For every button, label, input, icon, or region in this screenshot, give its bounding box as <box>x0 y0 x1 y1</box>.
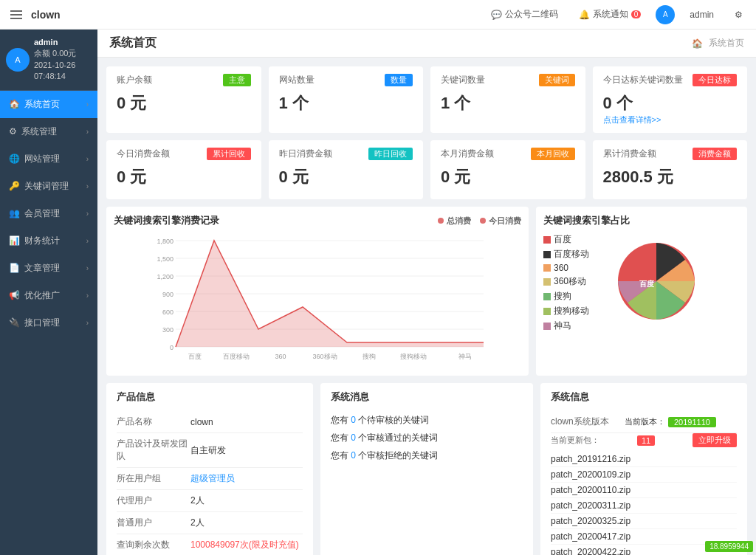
sidebar-item-label-7: 优化推广 <box>24 289 60 302</box>
stat-card-2: 本月消费金额 本月回收 0 元 <box>430 140 585 199</box>
product-info-title: 产品信息 <box>117 390 303 404</box>
wechat-icon: 💬 <box>491 10 502 20</box>
sidebar-item-5[interactable]: 📊 财务统计 › <box>0 227 97 255</box>
system-info-card: 系统信息 clown系统版本 当前版本： 20191110 当前更新包： 11 … <box>540 383 747 555</box>
patch-item-1: patch_20200109.zip <box>551 467 737 483</box>
product-info-row-1: 产品设计及研发团队 自主研发 <box>117 433 303 468</box>
home-icon: 🏠 <box>692 38 703 49</box>
stat-badge-3: 消费金额 <box>693 148 737 160</box>
bar-chart-title: 关键词搜索引擎消费记录 总消费 今日消费 <box>114 214 521 227</box>
admin-label[interactable]: admin <box>684 7 720 23</box>
sidebar-item-2[interactable]: 🌐 网站管理 › <box>0 145 97 173</box>
stat-badge-3: 今日达标 <box>693 74 737 86</box>
notify-button[interactable]: 🔔 系统通知 0 <box>573 5 647 24</box>
sidebar-item-left-0: 🏠 系统首页 <box>9 98 60 111</box>
main-layout: A admin 余额 0.00元 2021-10-26 07:48:14 🏠 系… <box>0 30 756 555</box>
legend-360-mobile: 360移动 <box>543 275 602 288</box>
sidebar-item-left-5: 📊 财务统计 <box>9 235 60 247</box>
sidebar-item-7[interactable]: 📢 优化推广 › <box>0 282 97 309</box>
sidebar-item-icon-1: ⚙ <box>9 126 17 137</box>
sidebar-item-8[interactable]: 🔌 接口管理 › <box>0 309 97 337</box>
msg-1-link[interactable]: 0 <box>351 415 356 425</box>
msg-1: 您有 0 个待审核的关键词 <box>331 411 523 429</box>
product-val-2[interactable]: 超级管理员 <box>190 472 303 485</box>
stat-label-0: 今日消费金额 <box>117 148 170 160</box>
stat-note-3[interactable]: 点击查看详情>> <box>603 114 738 125</box>
system-msg-card: 系统消息 您有 0 个待审核的关键词 您有 0 个审核通过的关键词 您有 0 个… <box>320 383 533 555</box>
sidebar-username: admin <box>34 37 92 48</box>
hamburger-button[interactable] <box>7 7 25 22</box>
update-button[interactable]: 立即升级 <box>693 433 737 447</box>
stat-card-header-1: 昨日消费金额 昨日回收 <box>279 148 413 160</box>
top-header: clown 💬 公众号二维码 🔔 系统通知 0 A admin ⚙ <box>0 0 756 30</box>
sidebar-item-label-8: 接口管理 <box>24 317 60 329</box>
stat-value-1: 1 个 <box>279 92 413 114</box>
system-msg-title: 系统消息 <box>331 390 523 404</box>
svg-text:360移动: 360移动 <box>312 353 337 360</box>
stat-badge-0: 主意 <box>223 74 251 86</box>
sidebar-item-icon-3: 🔑 <box>9 181 20 191</box>
msg-2-link[interactable]: 0 <box>351 432 356 443</box>
svg-text:1,500: 1,500 <box>157 255 173 263</box>
stat-value-0: 0 元 <box>117 166 251 188</box>
sidebar-datetime: 2021-10-26 07:48:14 <box>34 60 92 83</box>
svg-text:900: 900 <box>162 291 173 298</box>
sidebar-item-label-6: 文章管理 <box>24 262 60 275</box>
sidebar-chevron-4: › <box>86 210 89 218</box>
sidebar: A admin 余额 0.00元 2021-10-26 07:48:14 🏠 系… <box>0 30 97 555</box>
sidebar-chevron-6: › <box>86 264 89 272</box>
bar-chart-legend: 总消费 今日消费 <box>438 216 521 227</box>
msg-2: 您有 0 个审核通过的关键词 <box>331 429 523 447</box>
patch-item-3: patch_20200311.zip <box>551 498 737 514</box>
stat-label-1: 昨日消费金额 <box>279 148 332 160</box>
sidebar-item-4[interactable]: 👥 会员管理 › <box>0 200 97 227</box>
settings-button[interactable]: ⚙ <box>729 7 749 23</box>
svg-text:搜狗移动: 搜狗移动 <box>400 353 427 360</box>
page-header: 系统首页 🏠 系统首页 <box>97 30 756 58</box>
notify-badge: 0 <box>631 10 642 18</box>
sidebar-item-label-0: 系统首页 <box>24 98 60 111</box>
version-label: clown系统版本 <box>551 416 625 428</box>
sidebar-chevron-7: › <box>86 292 89 300</box>
sidebar-user-info: admin 余额 0.00元 2021-10-26 07:48:14 <box>34 37 92 83</box>
product-info-row-3: 代理用户 2人 <box>117 490 303 512</box>
dashboard: 账户余额 主意 0 元 网站数量 数量 1 个 关键词数量 关键词 1 个 今日… <box>97 58 756 555</box>
sidebar-item-0[interactable]: 🏠 系统首页 › <box>0 91 97 118</box>
product-key-0: 产品名称 <box>117 416 190 428</box>
sidebar-chevron-3: › <box>86 182 89 190</box>
sidebar-item-6[interactable]: 📄 文章管理 › <box>0 255 97 282</box>
pie-chart-card: 关键词搜索引擎占比 百度 百度移动 360 360移动 搜狗 搜狗移动 神马 <box>536 207 747 376</box>
product-key-2: 所在用户组 <box>117 472 190 485</box>
header-right: 💬 公众号二维码 🔔 系统通知 0 A admin ⚙ <box>485 5 749 24</box>
product-key-3: 代理用户 <box>117 494 190 507</box>
stat-badge-0: 累计回收 <box>207 148 251 160</box>
current-version-label: 当前版本： <box>625 416 665 427</box>
breadcrumb-text: 系统首页 <box>709 37 744 49</box>
version-badge: 20191110 <box>668 417 716 427</box>
legend-baidu: 百度 <box>543 233 602 246</box>
stat-card-header-2: 本月消费金额 本月回收 <box>441 148 575 160</box>
sidebar-item-1[interactable]: ⚙ 系统管理 › <box>0 118 97 145</box>
patch-update-row: 当前更新包： 11 立即升级 <box>551 433 737 447</box>
stat-card-3: 累计消费金额 消费金额 2800.5 元 <box>593 140 748 199</box>
wechat-button[interactable]: 💬 公众号二维码 <box>485 5 564 24</box>
bottom-section: 产品信息 产品名称 clown 产品设计及研发团队 自主研发 所在用户组 超级管… <box>106 383 747 555</box>
msg-3-link[interactable]: 0 <box>351 450 356 461</box>
stat-badge-2: 本月回收 <box>531 148 575 160</box>
pie-chart-title: 关键词搜索引擎占比 <box>543 214 740 227</box>
stat-card-3: 今日达标关键词数量 今日达标 0 个 点击查看详情>> <box>593 66 748 133</box>
legend-shenma: 神马 <box>543 320 602 332</box>
sidebar-chevron-1: › <box>86 128 89 136</box>
sidebar-item-left-7: 📢 优化推广 <box>9 289 60 302</box>
legend-baidu-mobile: 百度移动 <box>543 248 602 261</box>
stat-label-2: 关键词数量 <box>441 74 485 86</box>
legend-sogou-mobile: 搜狗移动 <box>543 305 602 317</box>
sidebar-item-3[interactable]: 🔑 关键词管理 › <box>0 173 97 200</box>
sidebar-item-left-1: ⚙ 系统管理 <box>9 125 57 138</box>
sidebar-item-label-3: 关键词管理 <box>24 180 69 193</box>
stat-value-3: 2800.5 元 <box>603 166 738 188</box>
stat-card-2: 关键词数量 关键词 1 个 <box>430 66 585 133</box>
sidebar-chevron-2: › <box>86 155 89 163</box>
svg-text:百度移动: 百度移动 <box>223 353 250 360</box>
stat-card-header-2: 关键词数量 关键词 <box>441 74 575 86</box>
